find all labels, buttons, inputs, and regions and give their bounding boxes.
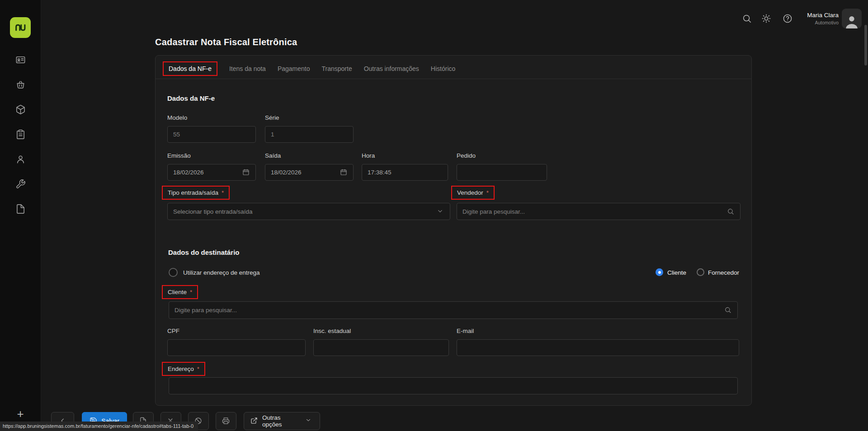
emissao-value: 18/02/2026 xyxy=(173,169,204,176)
tipo-required-mark: * xyxy=(222,189,224,196)
sidebar-add-button[interactable]: + xyxy=(13,407,28,421)
sidebar-item-documents[interactable] xyxy=(14,203,26,214)
vendedor-placeholder: Digite para pesquisar... xyxy=(462,208,525,215)
external-link-icon xyxy=(250,417,259,425)
cliente-required-mark: * xyxy=(190,289,192,295)
hora-label: Hora xyxy=(362,152,375,159)
modelo-label: Modelo xyxy=(167,114,187,121)
section-heading-destinatario: Dados do destinatário xyxy=(168,248,240,256)
chevron-down-icon xyxy=(437,208,444,216)
sidebar: + xyxy=(0,0,41,431)
tab-outras-informacoes[interactable]: Outras informações xyxy=(364,65,419,72)
vendedor-search-input[interactable]: Digite para pesquisar... xyxy=(457,203,741,220)
cpf-label: CPF xyxy=(167,328,179,334)
serie-label: Série xyxy=(265,114,279,121)
serie-input[interactable] xyxy=(265,126,354,143)
modelo-input[interactable] xyxy=(167,126,256,143)
cliente-label: Cliente xyxy=(168,289,187,295)
radio-cliente[interactable] xyxy=(656,268,663,276)
search-icon[interactable] xyxy=(742,14,752,23)
sidebar-item-basket[interactable] xyxy=(14,79,26,90)
endereco-input[interactable] xyxy=(169,377,738,394)
emissao-date-input[interactable]: 18/02/2026 xyxy=(167,164,256,181)
sidebar-item-package[interactable] xyxy=(14,104,26,115)
tab-historico[interactable]: Histórico xyxy=(431,65,455,72)
vertical-scrollbar[interactable] xyxy=(864,25,867,66)
cliente-search-input[interactable]: Digite para pesquisar... xyxy=(169,301,738,319)
clipboard-list-icon xyxy=(15,129,26,140)
red-annotation-vendedor-label: Vendedor* xyxy=(451,186,495,200)
avatar-person-icon xyxy=(844,13,860,28)
utilizar-endereco-toggle[interactable] xyxy=(169,268,178,277)
id-card-icon xyxy=(15,55,26,65)
shopping-basket-icon xyxy=(15,80,26,90)
radio-fornecedor[interactable] xyxy=(697,268,704,276)
print-button[interactable] xyxy=(216,412,236,430)
hora-input[interactable]: 17:38:45 xyxy=(362,164,448,181)
radio-cliente-label[interactable]: Cliente xyxy=(667,269,686,276)
user-info[interactable]: Maria Clara Automotivo xyxy=(792,12,839,25)
tab-pagamento[interactable]: Pagamento xyxy=(278,65,310,72)
saida-date-input[interactable]: 18/02/2026 xyxy=(265,164,354,181)
hora-value: 17:38:45 xyxy=(368,169,392,176)
other-options-label: Outras opções xyxy=(262,414,302,428)
tab-itens-da-nota[interactable]: Itens da nota xyxy=(229,65,266,72)
status-url: https://app.bruningsistemas.com.br/fatur… xyxy=(0,422,198,431)
sidebar-item-customers[interactable] xyxy=(14,154,26,164)
tipo-entrada-saida-select[interactable]: Selecionar tipo entrada/saída xyxy=(167,203,450,220)
pedido-label: Pedido xyxy=(457,152,476,159)
tipo-select-placeholder: Selecionar tipo entrada/saída xyxy=(173,208,253,215)
calendar-icon[interactable] xyxy=(242,169,250,176)
avatar[interactable] xyxy=(842,9,862,28)
search-icon[interactable] xyxy=(727,208,735,216)
endereco-required-mark: * xyxy=(197,365,199,372)
cliente-placeholder: Digite para pesquisar... xyxy=(175,307,237,314)
user-name: Maria Clara xyxy=(792,12,839,19)
utilizar-endereco-label: Utilizar endereço de entrega xyxy=(183,269,260,276)
endereco-label: Endereço xyxy=(168,365,194,372)
emissao-label: Emissão xyxy=(167,152,191,159)
sidebar-nav xyxy=(14,54,26,214)
sidebar-item-id-card[interactable] xyxy=(14,54,26,65)
tipo-label: Tipo entrada/saída xyxy=(168,189,218,196)
insc-estadual-label: Insc. estadual xyxy=(313,328,351,334)
tab-bar: Dados da NF-e Itens da nota Pagamento Tr… xyxy=(156,56,751,79)
vendedor-label: Vendedor xyxy=(457,189,483,196)
search-icon[interactable] xyxy=(724,306,732,314)
pedido-input[interactable] xyxy=(457,164,547,181)
chevron-down-icon xyxy=(305,417,313,425)
red-annotation-cliente-label: Cliente* xyxy=(162,285,198,299)
section-heading-nfe: Dados da NF-e xyxy=(167,94,215,102)
app-logo[interactable] xyxy=(10,17,31,38)
sidebar-item-orders[interactable] xyxy=(14,129,26,140)
cpf-input[interactable] xyxy=(167,339,306,356)
file-icon xyxy=(15,204,26,214)
wrench-icon xyxy=(15,179,26,189)
printer-icon xyxy=(222,417,230,425)
email-input[interactable] xyxy=(457,339,739,356)
calendar-icon[interactable] xyxy=(340,169,348,176)
saida-label: Saída xyxy=(265,152,281,159)
person-icon xyxy=(15,154,26,164)
tab-dados-da-nfe[interactable]: Dados da NF-e xyxy=(169,65,212,72)
page-title: Cadastrar Nota Fiscal Eletrônica xyxy=(155,37,297,47)
red-annotation-active-tab: Dados da NF-e xyxy=(163,61,217,76)
nfe-form-card: Dados da NF-e Itens da nota Pagamento Tr… xyxy=(155,55,752,406)
package-icon xyxy=(15,104,26,115)
vendedor-required-mark: * xyxy=(486,189,489,196)
help-icon[interactable] xyxy=(783,14,793,23)
user-role: Automotivo xyxy=(792,20,839,25)
sidebar-item-tools[interactable] xyxy=(14,178,26,189)
red-annotation-tipo-label: Tipo entrada/saída* xyxy=(162,186,230,200)
other-options-button[interactable]: Outras opções xyxy=(244,412,320,430)
insc-estadual-input[interactable] xyxy=(313,339,449,356)
email-label: E-mail xyxy=(457,328,474,334)
tab-transporte[interactable]: Transporte xyxy=(322,65,352,72)
saida-value: 18/02/2026 xyxy=(271,169,302,176)
red-annotation-endereco-label: Endereço* xyxy=(162,362,205,376)
logo-glyph xyxy=(14,21,27,34)
radio-fornecedor-label[interactable]: Fornecedor xyxy=(708,269,739,276)
theme-sun-icon[interactable] xyxy=(761,14,771,23)
